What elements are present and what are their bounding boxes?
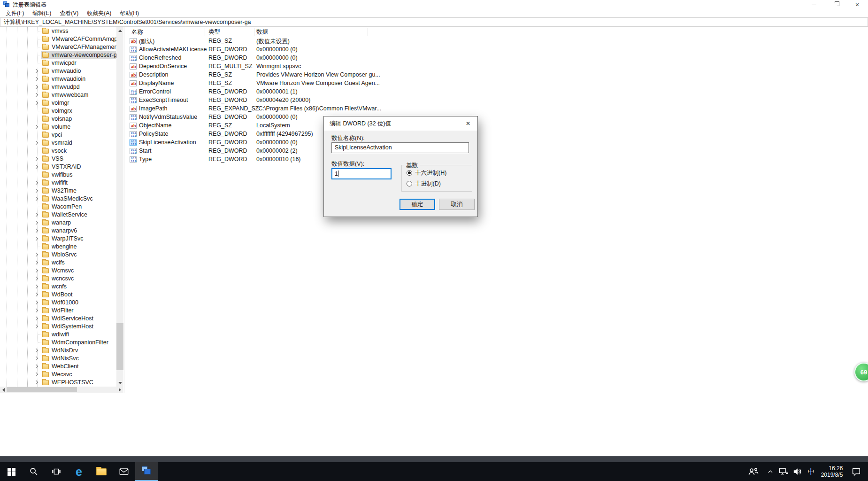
column-header-type[interactable]: 类型: [208, 27, 220, 37]
chevron-right-icon[interactable]: [34, 285, 38, 288]
chevron-right-icon[interactable]: [34, 277, 38, 280]
chevron-right-icon[interactable]: [34, 157, 38, 161]
tray-expand-button[interactable]: [764, 462, 776, 481]
chevron-right-icon[interactable]: [34, 181, 38, 185]
network-button[interactable]: [776, 462, 791, 481]
tree-item[interactable]: vmwvaudioin: [0, 75, 116, 83]
column-divider[interactable]: [205, 28, 205, 36]
chevron-right-icon[interactable]: [34, 197, 38, 201]
scrollbar-thumb[interactable]: [7, 387, 77, 392]
mail-button[interactable]: [113, 462, 135, 481]
address-bar[interactable]: 计算机\HKEY_LOCAL_MACHINE\SYSTEM\ControlSet…: [0, 17, 868, 27]
restore-button[interactable]: [825, 0, 846, 9]
tree-item[interactable]: WdmCompanionFilter: [0, 339, 116, 347]
minimize-button[interactable]: [803, 0, 825, 9]
chevron-right-icon[interactable]: [34, 293, 38, 296]
close-button[interactable]: ✕: [846, 0, 868, 9]
registry-value-row[interactable]: ErrorControl REG_DWORD 0x00000001 (1): [125, 88, 868, 96]
file-explorer-button[interactable]: [90, 462, 113, 481]
tree-item[interactable]: vmware-viewcomposer-ga: [0, 51, 116, 59]
tree-item[interactable]: vwifibus: [0, 171, 116, 179]
column-header-data[interactable]: 数据: [256, 27, 268, 37]
tree-item[interactable]: VSS: [0, 155, 116, 163]
chevron-right-icon[interactable]: [34, 85, 38, 89]
registry-value-row[interactable]: (默认) REG_SZ (数值未设置): [125, 37, 868, 46]
tree-item[interactable]: WdNisDrv: [0, 347, 116, 355]
registry-value-row[interactable]: ObjectName REG_SZ LocalSystem: [125, 122, 868, 130]
people-button[interactable]: [745, 462, 761, 481]
menu-view[interactable]: 查看(V): [55, 9, 83, 17]
tree-item[interactable]: WEPHOSTSVC: [0, 379, 116, 387]
chevron-right-icon[interactable]: [34, 253, 38, 256]
tree-item[interactable]: vsmraid: [0, 139, 116, 147]
menu-help[interactable]: 帮助(H): [115, 9, 143, 17]
column-divider[interactable]: [254, 28, 254, 36]
dialog-close-button[interactable]: ✕: [459, 116, 477, 131]
tree-item[interactable]: wanarpv6: [0, 227, 116, 235]
chevron-right-icon[interactable]: [34, 221, 38, 225]
tree-item[interactable]: WdNisSvc: [0, 355, 116, 363]
tree-item[interactable]: WdFilter: [0, 307, 116, 315]
column-header-name[interactable]: 名称: [131, 27, 143, 37]
tree-item[interactable]: VMwareCAFCommAmqpListen: [0, 35, 116, 43]
tree-item[interactable]: Wcmsvc: [0, 267, 116, 275]
tree-item[interactable]: volume: [0, 123, 116, 131]
chevron-right-icon[interactable]: [34, 141, 38, 145]
tree-item[interactable]: WebClient: [0, 363, 116, 371]
scroll-left-arrow[interactable]: [0, 386, 7, 393]
chevron-right-icon[interactable]: [34, 372, 38, 376]
chevron-right-icon[interactable]: [34, 380, 38, 384]
scrollbar-thumb[interactable]: [116, 323, 123, 370]
ime-indicator[interactable]: 中: [805, 462, 818, 481]
tree-vertical-scrollbar[interactable]: [116, 27, 123, 387]
chevron-right-icon[interactable]: [34, 237, 38, 240]
tree-item[interactable]: vsock: [0, 147, 116, 155]
tree-item[interactable]: VSTXRAID: [0, 163, 116, 171]
tree-item[interactable]: wcifs: [0, 259, 116, 267]
task-view-button[interactable]: [45, 462, 68, 481]
tree-item[interactable]: vmwicpdr: [0, 59, 116, 67]
chevron-right-icon[interactable]: [34, 269, 38, 272]
tree-item[interactable]: Wecsvc: [0, 371, 116, 379]
registry-value-row[interactable]: DisplayName REG_SZ VMware Horizon View C…: [125, 79, 868, 88]
registry-value-row[interactable]: PolicyState REG_DWORD 0xffffffff (429496…: [125, 130, 868, 139]
chevron-right-icon[interactable]: [34, 69, 38, 73]
chevron-right-icon[interactable]: [34, 365, 38, 368]
regedit-taskbar-button[interactable]: [135, 462, 158, 481]
scroll-up-arrow[interactable]: [116, 27, 123, 34]
tree-item[interactable]: wbengine: [0, 243, 116, 251]
tree-item[interactable]: VMwareCAFManagementAgen: [0, 43, 116, 51]
tree-item[interactable]: volmgr: [0, 99, 116, 107]
tree-item[interactable]: wanarp: [0, 219, 116, 227]
registry-value-row[interactable]: ImagePath REG_EXPAND_SZ "C:\Program File…: [125, 105, 868, 113]
scroll-down-arrow[interactable]: [116, 380, 123, 387]
chevron-right-icon[interactable]: [34, 165, 38, 169]
menu-edit[interactable]: 编辑(E): [28, 9, 55, 17]
tree-item[interactable]: WdiServiceHost: [0, 315, 116, 323]
chevron-right-icon[interactable]: [34, 301, 38, 304]
volume-button[interactable]: [791, 462, 805, 481]
tree-item[interactable]: volmgrx: [0, 107, 116, 115]
edge-browser-button[interactable]: e: [68, 462, 90, 481]
tree-item[interactable]: Wdf01000: [0, 299, 116, 307]
column-divider[interactable]: [368, 28, 368, 36]
search-button[interactable]: [23, 462, 45, 481]
start-button[interactable]: [0, 462, 23, 481]
pane-splitter[interactable]: [124, 27, 124, 393]
chevron-right-icon[interactable]: [34, 189, 38, 193]
tree-item[interactable]: W32Time: [0, 187, 116, 195]
tree-item[interactable]: wcncsvc: [0, 275, 116, 283]
tree-item[interactable]: vmwvudpd: [0, 83, 116, 91]
tree-item[interactable]: vmwvaudio: [0, 67, 116, 75]
tree-item[interactable]: vpci: [0, 131, 116, 139]
tree-item[interactable]: wdiwifi: [0, 331, 116, 339]
tree-item[interactable]: WdBoot: [0, 291, 116, 299]
registry-value-row[interactable]: AllowActivateMAKLicense REG_DWORD 0x0000…: [125, 46, 868, 54]
registry-value-row[interactable]: ExecScriptTimeout REG_DWORD 0x00004e20 (…: [125, 96, 868, 105]
tree-item[interactable]: WaaSMedicSvc: [0, 195, 116, 203]
tree-item[interactable]: WalletService: [0, 211, 116, 219]
registry-value-row[interactable]: DependOnService REG_MULTI_SZ Winmgmt spp…: [125, 62, 868, 71]
chevron-right-icon[interactable]: [34, 349, 38, 352]
registry-value-row[interactable]: Description REG_SZ Provides VMware Horiz…: [125, 71, 868, 79]
registry-value-row[interactable]: NotifyVdmStatusValue REG_DWORD 0x0000000…: [125, 113, 868, 122]
